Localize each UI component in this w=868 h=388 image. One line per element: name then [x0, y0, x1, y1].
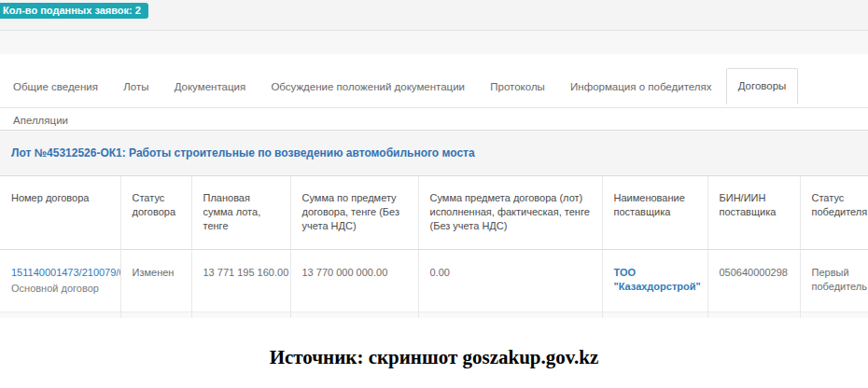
- tab-lots[interactable]: Лоты: [112, 70, 160, 103]
- tab-appeals[interactable]: Апелляции: [2, 104, 79, 136]
- col-header-executed-sum: Сумма предмета договора (лот) исполненна…: [418, 176, 602, 249]
- secondary-bar: [0, 31, 868, 54]
- col-header-contract-number: Номер договора: [0, 176, 120, 249]
- col-header-contract-subject-sum: Сумма по предмету договора, тенге (Без у…: [290, 176, 418, 249]
- table-next-row-sliver: [0, 312, 868, 318]
- cell-winner-status: Первый победитель: [800, 249, 868, 312]
- cell-contract-subject-sum: 13 770 000 000.00: [290, 249, 418, 312]
- col-header-contract-status: Статус договора: [120, 176, 191, 249]
- tab-winners-info[interactable]: Информация о победителях: [559, 70, 722, 103]
- contract-kind-label: Основной договор: [11, 282, 111, 296]
- supplier-link[interactable]: ТОО "Казахдорстрой": [614, 267, 701, 292]
- table-header-row: Номер договора Статус договора Плановая …: [0, 176, 868, 249]
- cell-contract-number: 151140001473/210079/00 Основной договор: [0, 249, 120, 312]
- lot-title: Лот №45312526-ОК1: Работы строительные п…: [0, 131, 868, 176]
- col-header-supplier-bin: БИН/ИИН поставщика: [707, 176, 800, 249]
- cell-supplier-name: ТОО "Казахдорстрой": [602, 249, 707, 312]
- tab-general-info[interactable]: Общие сведения: [2, 70, 109, 103]
- source-caption: Источник: скриншот goszakup.gov.kz: [0, 346, 868, 369]
- cell-executed-sum: 0.00: [418, 249, 602, 312]
- col-header-planned-lot-sum: Плановая сумма лота, тенге: [191, 176, 290, 249]
- tab-documentation[interactable]: Документация: [163, 70, 258, 103]
- top-status-bar: Кол-во поданных заявок: 2: [0, 0, 868, 31]
- tab-protocols[interactable]: Протоколы: [479, 70, 556, 103]
- applications-count-badge: Кол-во поданных заявок: 2: [0, 3, 148, 19]
- col-header-winner-status: Статус победителя: [800, 176, 868, 249]
- table-row: 151140001473/210079/00 Основной договор …: [0, 249, 868, 312]
- contract-number-link[interactable]: 151140001473/210079/00: [11, 267, 120, 278]
- cell-supplier-bin: 050640000298: [707, 249, 800, 312]
- col-header-supplier-name: Наименование поставщика: [602, 176, 707, 249]
- tab-documentation-discussion[interactable]: Обсуждение положений документации: [259, 70, 476, 103]
- contracts-table: Номер договора Статус договора Плановая …: [0, 176, 868, 318]
- cell-planned-lot-sum: 13 771 195 160.00: [191, 249, 290, 312]
- lot-panel: Лот №45312526-ОК1: Работы строительные п…: [0, 130, 868, 318]
- tab-contracts[interactable]: Договоры: [726, 68, 799, 104]
- tab-bar: Общие сведения Лоты Документация Обсужде…: [0, 69, 868, 108]
- cell-contract-status: Изменен: [120, 249, 191, 312]
